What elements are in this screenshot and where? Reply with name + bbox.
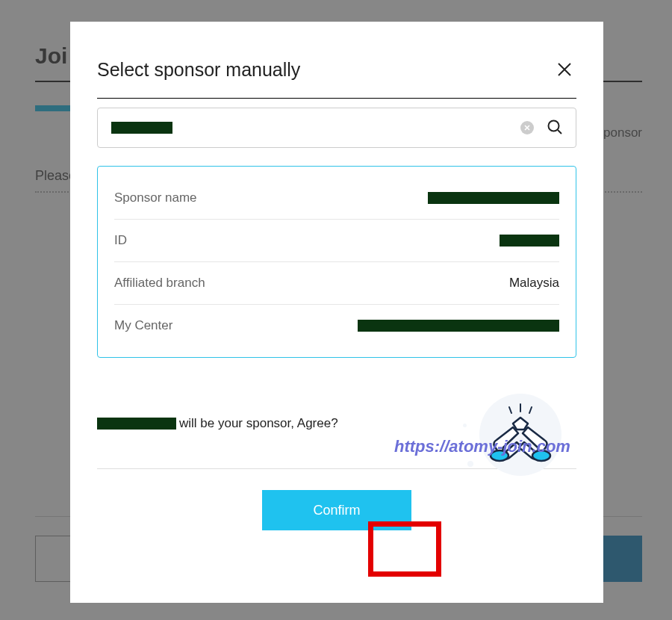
redacted-value: [428, 192, 559, 204]
svg-point-0: [549, 120, 559, 131]
close-icon: [556, 61, 573, 78]
search-field-container: [97, 108, 576, 148]
info-row-id: ID: [114, 220, 559, 262]
modal-title: Select sponsor manually: [97, 59, 300, 81]
confirm-button[interactable]: Confirm: [262, 490, 411, 530]
search-icon: [546, 118, 564, 136]
clear-icon: [523, 124, 531, 131]
handshake-icon: [472, 386, 569, 483]
modal-divider: [97, 98, 576, 99]
search-button[interactable]: [544, 117, 565, 140]
agree-suffix: will be your sponsor, Agree?: [179, 416, 338, 431]
search-input-redacted[interactable]: [111, 122, 172, 134]
clear-search-button[interactable]: [520, 121, 534, 134]
info-row-branch: Affiliated branch Malaysia: [114, 262, 559, 305]
info-label: Sponsor name: [114, 190, 197, 205]
modal-header: Select sponsor manually: [97, 58, 576, 81]
info-label: My Center: [114, 318, 172, 333]
redacted-name: [97, 418, 176, 430]
confirm-button-container: Confirm: [97, 490, 576, 530]
select-sponsor-modal: Select sponsor manually Sponsor name: [70, 22, 603, 603]
redacted-value: [500, 235, 559, 247]
redacted-value: [358, 320, 559, 332]
info-value: Malaysia: [509, 276, 559, 291]
sponsor-info-card: Sponsor name ID Affiliated branch Malays…: [97, 166, 576, 358]
info-row-center: My Center: [114, 305, 559, 347]
close-button[interactable]: [553, 58, 576, 81]
handshake-illustration: [472, 386, 569, 483]
info-label: ID: [114, 233, 127, 248]
info-row-sponsor-name: Sponsor name: [114, 177, 559, 220]
watermark-text: https://atomy-join.com: [394, 437, 570, 456]
info-label: Affiliated branch: [114, 276, 205, 291]
